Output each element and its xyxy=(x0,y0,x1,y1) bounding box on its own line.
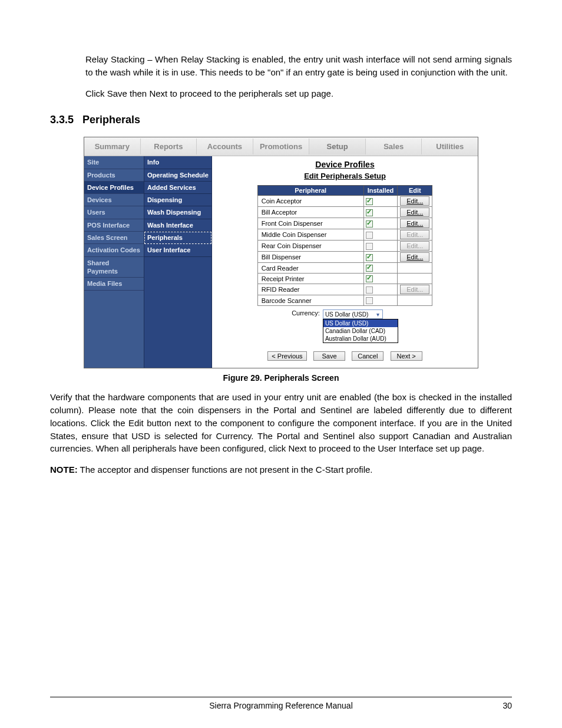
submenu-item-added-services[interactable]: Added Services xyxy=(144,182,211,194)
installed-cell xyxy=(363,218,398,229)
edit-button[interactable]: Edit... xyxy=(400,252,429,262)
currency-options-list: US Dollar (USD)Canadian Dollar (CAD)Aust… xyxy=(323,319,398,343)
submenu-item-dispensing[interactable]: Dispensing xyxy=(144,194,211,206)
top-tab-sales[interactable]: Sales xyxy=(366,139,422,154)
peripheral-name: Front Coin Dispenser xyxy=(257,218,363,229)
peripheral-name: Receipt Printer xyxy=(257,274,363,284)
section-heading: 3.3.5 Peripherals xyxy=(50,114,512,126)
table-row: Bill AcceptorEdit... xyxy=(257,207,432,218)
installed-checkbox[interactable] xyxy=(366,275,373,282)
top-tab-accounts[interactable]: Accounts xyxy=(197,139,253,154)
table-row: Barcode Scanner xyxy=(257,295,432,306)
installed-cell xyxy=(363,229,398,241)
edit-cell: Edit... xyxy=(398,196,432,207)
table-row: Coin AcceptorEdit... xyxy=(257,196,432,207)
edit-cell: Edit... xyxy=(398,218,432,229)
edit-button: Edit... xyxy=(400,230,429,239)
app-window: SummaryReportsAccountsPromotionsSetupSal… xyxy=(84,137,478,368)
top-tab-setup[interactable]: Setup xyxy=(309,139,366,154)
sidebar-item-activation-codes[interactable]: Activation Codes xyxy=(84,244,144,256)
content-title: Device Profiles xyxy=(217,160,473,169)
page-footer: Sierra Programming Reference Manual 30 xyxy=(50,697,512,710)
sidebar-item-products[interactable]: Products xyxy=(84,169,144,182)
installed-checkbox[interactable] xyxy=(366,209,373,216)
currency-option[interactable]: Canadian Dollar (CAD) xyxy=(323,327,398,335)
installed-cell xyxy=(363,241,398,252)
sidebar-item-pos-interface[interactable]: POS Interface xyxy=(84,219,144,232)
peripheral-name: Middle Coin Dispenser xyxy=(257,229,363,241)
submenu-item-operating-schedule[interactable]: Operating Schedule xyxy=(144,169,211,182)
currency-selected-value: US Dollar (USD) xyxy=(323,311,374,318)
sidebar-item-device-profiles[interactable]: Device Profiles xyxy=(84,182,144,194)
installed-checkbox[interactable] xyxy=(366,286,373,294)
currency-option[interactable]: US Dollar (USD) xyxy=(323,319,398,327)
sidebar-item-sales-screen[interactable]: Sales Screen xyxy=(84,232,144,244)
footer-title: Sierra Programming Reference Manual xyxy=(74,701,488,710)
installed-cell xyxy=(363,207,398,218)
peripheral-name: Bill Acceptor xyxy=(257,207,363,218)
top-tab-reports[interactable]: Reports xyxy=(141,139,197,154)
submenu-item-wash-interface[interactable]: Wash Interface xyxy=(144,219,211,232)
submenu-item-peripherals[interactable]: Peripherals xyxy=(144,232,211,244)
footer-page-number: 30 xyxy=(488,701,512,710)
sidebar-item-devices[interactable]: Devices xyxy=(84,194,144,206)
intro-p1: Relay Stacking – When Relay Stacking is … xyxy=(85,53,512,79)
installed-checkbox[interactable] xyxy=(366,297,373,304)
installed-checkbox[interactable] xyxy=(366,198,373,205)
col-installed: Installed xyxy=(363,186,398,196)
installed-checkbox[interactable] xyxy=(366,254,373,261)
installed-checkbox[interactable] xyxy=(366,232,373,239)
table-row: Rear Coin DispenserEdit... xyxy=(257,241,432,252)
submenu-item-info[interactable]: Info xyxy=(144,156,211,169)
installed-checkbox[interactable] xyxy=(366,265,373,272)
note-text: The acceptor and dispenser functions are… xyxy=(78,465,373,475)
edit-button: Edit... xyxy=(400,285,429,294)
col-peripheral: Peripheral xyxy=(257,186,363,196)
figure-caption: Figure 29. Peripherals Screen xyxy=(84,373,478,383)
edit-cell: Edit... xyxy=(398,284,432,295)
peripheral-name: Bill Dispenser xyxy=(257,252,363,263)
peripherals-table: Peripheral Installed Edit Coin AcceptorE… xyxy=(257,185,433,306)
submenu-item-user-interface[interactable]: User Interface xyxy=(144,244,211,256)
installed-checkbox[interactable] xyxy=(366,220,373,228)
edit-cell: Edit... xyxy=(398,229,432,241)
intro-p2: Click Save then Next to proceed to the p… xyxy=(85,87,512,100)
top-tab-summary[interactable]: Summary xyxy=(84,139,141,154)
sidebar-item-site[interactable]: Site xyxy=(84,156,144,169)
peripheral-name: Rear Coin Dispenser xyxy=(257,241,363,252)
currency-option[interactable]: Australian Dollar (AUD) xyxy=(323,335,398,342)
top-tab-promotions[interactable]: Promotions xyxy=(253,139,310,154)
table-row: RFID ReaderEdit... xyxy=(257,284,432,295)
edit-cell xyxy=(398,263,432,274)
peripheral-name: Card Reader xyxy=(257,263,363,274)
installed-cell xyxy=(363,263,398,274)
save-button[interactable]: Save xyxy=(313,351,345,361)
submenu-item-wash-dispensing[interactable]: Wash Dispensing xyxy=(144,206,211,219)
edit-button: Edit... xyxy=(400,241,429,251)
sidebar-item-users[interactable]: Users xyxy=(84,206,144,219)
installed-cell xyxy=(363,274,398,284)
installed-cell xyxy=(363,252,398,263)
chevron-down-icon[interactable]: ▾ xyxy=(374,311,382,318)
cancel-button[interactable]: Cancel xyxy=(352,351,384,361)
installed-checkbox[interactable] xyxy=(366,243,373,250)
content-subtitle: Edit Peripherals Setup xyxy=(217,172,473,180)
previous-button[interactable]: < Previous xyxy=(267,351,306,361)
edit-cell: Edit... xyxy=(398,252,432,263)
installed-cell xyxy=(363,284,398,295)
sidebar-item-media-files[interactable]: Media Files xyxy=(84,278,144,290)
edit-button[interactable]: Edit... xyxy=(400,219,429,228)
installed-cell xyxy=(363,196,398,207)
edit-button[interactable]: Edit... xyxy=(400,196,429,206)
sidebar-item-shared-payments[interactable]: Shared Payments xyxy=(84,257,144,278)
note-label: NOTE: xyxy=(50,465,78,475)
next-button[interactable]: Next > xyxy=(391,351,422,361)
peripheral-name: Coin Acceptor xyxy=(257,196,363,207)
installed-cell xyxy=(363,295,398,306)
top-tab-utilities[interactable]: Utilities xyxy=(422,139,478,154)
currency-select[interactable]: US Dollar (USD) ▾ xyxy=(323,309,383,319)
table-row: Receipt Printer xyxy=(257,274,432,284)
col-edit: Edit xyxy=(398,186,432,196)
edit-button[interactable]: Edit... xyxy=(400,207,429,217)
body-note: NOTE: The acceptor and dispenser functio… xyxy=(50,463,512,476)
